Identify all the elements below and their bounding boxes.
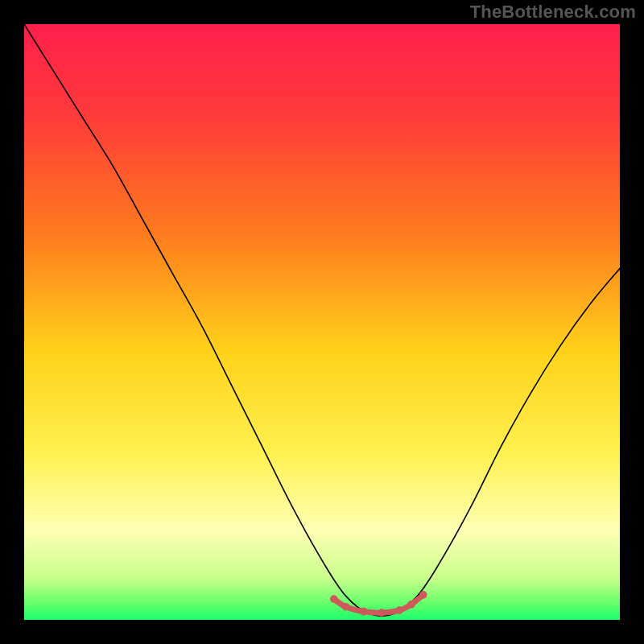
- watermark-text: TheBottleneck.com: [470, 2, 636, 23]
- optimal-marker-dot: [395, 606, 403, 614]
- plot-svg: [24, 24, 620, 620]
- optimal-marker-dot: [342, 603, 350, 611]
- plot-background: [24, 24, 620, 620]
- optimal-marker-dot: [378, 609, 386, 617]
- optimal-marker-dot: [419, 591, 427, 599]
- optimal-marker-dot: [360, 608, 368, 616]
- chart-frame: TheBottleneck.com: [0, 0, 644, 644]
- optimal-marker-dot: [330, 595, 338, 603]
- optimal-marker-dot: [407, 601, 415, 609]
- plot-area: [24, 24, 620, 620]
